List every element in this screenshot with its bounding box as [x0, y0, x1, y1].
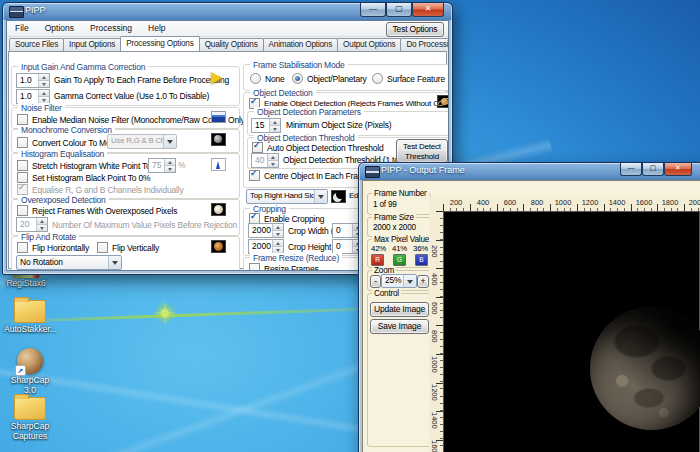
- zoom-level-dropdown[interactable]: 25%: [381, 274, 417, 288]
- output-window-client: Frame Number 1 of 99 Frame Size 2000 x 2…: [362, 180, 700, 452]
- minimize-button[interactable]: —: [620, 163, 642, 176]
- orange-moon-icon: [211, 240, 226, 253]
- spinner-arrows[interactable]: [38, 90, 49, 103]
- histogram-group: Histogram Equalisation Stretch Histogram…: [11, 153, 240, 199]
- test-options-button[interactable]: Test Options: [386, 22, 444, 37]
- shortcut-arrow-icon: ➚: [15, 365, 26, 376]
- tab-quality-options[interactable]: Quality Options: [199, 38, 264, 51]
- desktop-icon-autostakkert[interactable]: AutoStakker...: [4, 300, 56, 335]
- max-pixels-spinner[interactable]: 20: [16, 217, 48, 232]
- close-button[interactable]: ✕: [412, 3, 444, 17]
- maximize-button[interactable]: ▢: [642, 163, 664, 176]
- app-icon: [9, 6, 24, 18]
- flip-rotate-group: Flip And Rotate Flip Horizontally Flip V…: [11, 236, 240, 271]
- stabilisation-group: Frame Stabilisation Mode None Object/Pla…: [243, 64, 449, 91]
- update-image-button[interactable]: Update Image: [370, 302, 429, 317]
- spinner-arrows[interactable]: [164, 159, 175, 172]
- menu-processing[interactable]: Processing: [82, 21, 140, 36]
- frame-size-value: 2000 x 2000: [373, 223, 416, 232]
- checkbox-box: [17, 160, 28, 171]
- tab-output-options[interactable]: Output Options: [337, 38, 401, 51]
- close-button[interactable]: ✕: [664, 163, 692, 176]
- test-detect-threshold-button[interactable]: Test Detect Threshold: [396, 139, 448, 163]
- checkbox-box: [17, 184, 28, 195]
- menu-options[interactable]: Options: [37, 21, 82, 36]
- ruler-corner: [429, 197, 443, 211]
- gamma-spinner[interactable]: 1.0: [16, 89, 50, 104]
- max-pixel-group: Max Pixel Value 42% 41% 36% R G B: [367, 239, 431, 268]
- radio-dot: [250, 73, 261, 84]
- crescent-moon-icon: [331, 190, 346, 203]
- stabilisation-object-radio[interactable]: Object/Planetary: [292, 73, 367, 84]
- blue-channel-button[interactable]: B: [415, 254, 428, 266]
- flip-vertical-checkbox[interactable]: Flip Vertically: [97, 242, 159, 253]
- menu-file[interactable]: File: [7, 21, 37, 36]
- desktop-icon-label: SharpCap 3.0: [4, 376, 56, 396]
- chevron-down-icon: [403, 275, 416, 287]
- stretch-white-point-checkbox[interactable]: Stretch Histogram White Point To:: [17, 160, 153, 171]
- centre-object-checkbox[interactable]: Centre Object In Each Frame: [249, 170, 369, 181]
- radio-dot: [292, 73, 303, 84]
- spinner-arrows[interactable]: [267, 154, 278, 167]
- desktop-icon-label: RegiStax6: [0, 279, 52, 289]
- tab-animation-options[interactable]: Animation Options: [263, 38, 339, 51]
- window-title: PIPP - Output Frame: [381, 165, 465, 175]
- red-channel-button[interactable]: R: [371, 254, 384, 266]
- maximize-button[interactable]: ▢: [386, 3, 412, 17]
- edge-shadow-dropdown[interactable]: Top Right Hand Side: [246, 189, 328, 204]
- output-image-canvas: [443, 211, 700, 452]
- minimize-button[interactable]: —: [360, 3, 386, 17]
- moon-image: [590, 307, 700, 430]
- flip-horizontal-checkbox[interactable]: Flip Horizontally: [17, 242, 89, 253]
- tab-source-files[interactable]: Source Files: [9, 38, 64, 51]
- ruler-vertical: 200 400 600 800 1000 1200 1400 1600 1800…: [429, 211, 444, 452]
- saturn-icon: [437, 95, 449, 108]
- threshold-spinner[interactable]: 40: [251, 153, 279, 168]
- bright-moon-icon: [211, 203, 226, 216]
- desktop-icon-sharpcap-captures[interactable]: SharpCap Captures: [6, 397, 54, 442]
- menu-bar: File Options Processing Help: [7, 21, 448, 37]
- spinner-arrows[interactable]: [38, 74, 49, 87]
- rotation-dropdown[interactable]: No Rotation: [16, 255, 122, 270]
- black-point-checkbox[interactable]: Set Histogram Black Point To 0%: [17, 172, 150, 183]
- equalise-channels-checkbox[interactable]: Equalise R, G and B Channels Individuall…: [17, 184, 184, 195]
- desktop-icon-sharpcap[interactable]: ➚ SharpCap 3.0: [4, 348, 56, 396]
- crop-height-spinner[interactable]: 2000: [248, 239, 284, 254]
- gain-spinner[interactable]: 1.0: [16, 73, 50, 88]
- ruler-horizontal: 200 400 600 800 1000 1200 1400 1600 1800…: [443, 197, 700, 212]
- frame-size-group: Frame Size 2000 x 2000: [367, 217, 431, 237]
- spinner-arrows[interactable]: [36, 218, 47, 231]
- app-icon: [365, 166, 380, 178]
- stabilisation-surface-radio[interactable]: Surface Feature: [372, 73, 445, 84]
- control-group: Control Update Image Save Image: [367, 293, 431, 447]
- save-image-button[interactable]: Save Image: [370, 319, 429, 334]
- green-channel-button[interactable]: G: [393, 254, 406, 266]
- tab-processing-options[interactable]: Processing Options: [120, 36, 199, 51]
- spinner-arrows[interactable]: [272, 224, 283, 237]
- grey-moon-icon: [211, 133, 226, 146]
- spinner-arrows[interactable]: [269, 119, 280, 132]
- spinner-arrows[interactable]: [272, 240, 283, 253]
- reject-overexposed-checkbox[interactable]: Reject Frames With Overexposed Pixels: [17, 205, 177, 216]
- desktop-icon-label: SharpCap Captures: [6, 422, 54, 442]
- menu-help[interactable]: Help: [140, 21, 173, 36]
- window-title: PIPP: [25, 5, 46, 15]
- white-point-spinner[interactable]: 75: [148, 158, 176, 173]
- stabilisation-none-radio[interactable]: None: [250, 73, 285, 84]
- checkbox-box: [249, 263, 260, 271]
- folder-icon: [14, 300, 46, 323]
- resize-frames-checkbox[interactable]: Resize Frames: [249, 263, 319, 271]
- checkbox-box: [17, 242, 28, 253]
- min-object-size-spinner[interactable]: 15: [251, 118, 281, 133]
- blue-percent: 36%: [413, 244, 428, 253]
- zoom-group: Zoom - 25% +: [367, 270, 431, 291]
- tab-do-processing[interactable]: Do Processing: [400, 38, 449, 51]
- crop-width-spinner[interactable]: 2000: [248, 223, 284, 238]
- zoom-out-button[interactable]: -: [370, 275, 381, 288]
- channels-dropdown[interactable]: Use R,G & B Channels: [107, 134, 177, 149]
- window-caption-buttons: — ▢ ✕: [360, 3, 444, 17]
- checkbox-box: [17, 137, 28, 148]
- zoom-in-button[interactable]: +: [417, 275, 429, 288]
- auto-threshold-checkbox[interactable]: Auto Object Detection Threshold: [252, 142, 384, 153]
- tab-input-options[interactable]: Input Options: [63, 38, 121, 51]
